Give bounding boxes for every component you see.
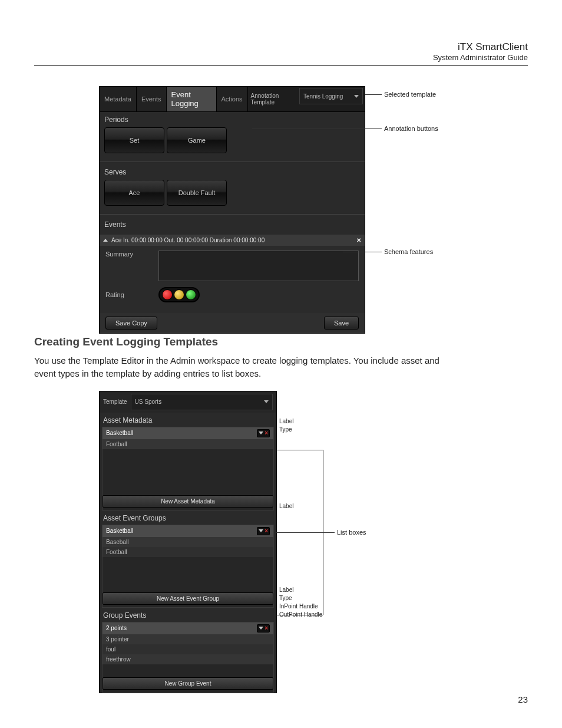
event-row[interactable]: Ace In. 00:00:00:00 Out. 00:00:00:00 Dur… <box>100 235 365 246</box>
rating-yellow-icon[interactable] <box>174 289 184 300</box>
list-item-label: freethrow <box>106 656 131 663</box>
tab-events[interactable]: Events <box>137 87 167 111</box>
event-row-text: Ace In. 00:00:00:00 Out. 00:00:00:00 Dur… <box>111 237 265 243</box>
chevron-up-icon[interactable] <box>103 239 108 242</box>
summary-label: Summary <box>105 251 158 258</box>
chevron-down-icon[interactable] <box>259 529 263 532</box>
list-item-label: 3 pointer <box>106 636 129 643</box>
callout-list-boxes: List boxes <box>337 529 366 536</box>
side-label: Label <box>279 418 293 424</box>
events-title: Events <box>104 220 360 229</box>
delete-icon[interactable]: × <box>265 625 268 631</box>
callout-selected-template: Selected template <box>384 91 436 98</box>
template-select[interactable]: US Sports <box>131 394 273 410</box>
template-editor-panel: Template US Sports Asset Metadata Basket… <box>99 391 277 693</box>
chevron-down-icon <box>354 95 359 98</box>
tab-metadata[interactable]: Metadata <box>100 87 137 111</box>
close-icon[interactable]: ✕ <box>356 237 361 243</box>
annotation-template-value: Tennis Logging <box>303 93 343 100</box>
page-number: 23 <box>518 694 528 704</box>
group-events-list: 2 points × 3 pointer foul freethrow New … <box>102 622 274 693</box>
asset-event-groups-title: Asset Event Groups <box>100 510 276 525</box>
summary-input[interactable] <box>158 251 359 281</box>
event-logging-panel: Metadata Events Event Logging Actions An… <box>99 86 365 334</box>
list-item-label: Baseball <box>106 539 128 545</box>
chevron-down-icon[interactable] <box>259 431 263 434</box>
annotation-template-label: Annotation Template <box>248 87 297 111</box>
list-item[interactable]: freethrow <box>103 654 273 664</box>
list-item-label: foul <box>106 646 115 653</box>
callout-annotation-buttons: Annotation buttons <box>384 125 438 132</box>
rating-control[interactable] <box>158 287 200 302</box>
periods-title: Periods <box>104 116 360 124</box>
side-label: Type <box>279 426 293 433</box>
serves-section: Serves Ace Double Fault <box>100 164 365 212</box>
section-heading: Creating Event Logging Templates <box>34 335 528 348</box>
chevron-down-icon[interactable] <box>259 627 263 630</box>
list-item[interactable]: 2 points × <box>103 622 273 634</box>
new-group-event-button[interactable]: New Group Event <box>103 677 273 690</box>
callout-schema-features: Schema features <box>384 248 433 255</box>
list-item-label: Basketball <box>106 430 133 436</box>
rating-red-icon[interactable] <box>162 289 173 300</box>
list-item-label: Basketball <box>106 528 133 534</box>
double-fault-button[interactable]: Double Fault <box>167 180 227 206</box>
list-item-label: Football <box>106 441 127 447</box>
ace-button[interactable]: Ace <box>104 180 164 206</box>
side-label: Label <box>279 587 322 593</box>
asset-event-groups-list: Basketball × Baseball Football New Asset… <box>102 525 274 608</box>
doc-title: iTX SmartClient <box>34 41 528 53</box>
header-rule <box>34 65 528 66</box>
list-item[interactable]: foul <box>103 644 273 654</box>
serves-title: Serves <box>104 168 360 176</box>
new-asset-event-group-button[interactable]: New Asset Event Group <box>103 592 273 605</box>
list-item[interactable]: 3 pointer <box>103 634 273 644</box>
rating-green-icon[interactable] <box>186 289 196 300</box>
template-select-value: US Sports <box>135 398 162 405</box>
asset-metadata-title: Asset Metadata <box>100 413 276 427</box>
list-item-label: 2 points <box>106 625 127 631</box>
template-label: Template <box>103 398 127 405</box>
periods-section: Periods Set Game <box>100 112 365 159</box>
body-paragraph: You use the Template Editor in the Admin… <box>34 354 458 380</box>
delete-icon[interactable]: × <box>265 430 268 436</box>
list-item-label: Football <box>106 549 127 555</box>
delete-icon[interactable]: × <box>265 528 268 534</box>
new-asset-metadata-button[interactable]: New Asset Metadata <box>103 495 273 508</box>
set-button[interactable]: Set <box>104 127 164 153</box>
list-item[interactable]: Basketball × <box>103 525 273 537</box>
rating-label: Rating <box>105 291 158 298</box>
list-item[interactable]: Football <box>103 439 273 449</box>
group-events-title: Group Events <box>100 608 276 622</box>
save-copy-button[interactable]: Save Copy <box>105 317 157 330</box>
side-label: InPoint Handle <box>279 603 322 610</box>
chevron-down-icon <box>264 400 269 403</box>
list-item[interactable]: Basketball × <box>103 427 273 439</box>
save-button[interactable]: Save <box>324 317 359 330</box>
side-label: Label <box>279 503 293 509</box>
doc-subtitle: System Administrator Guide <box>34 53 528 62</box>
list-item[interactable]: Baseball <box>103 537 273 547</box>
side-label: Type <box>279 595 322 601</box>
list-item[interactable]: Football <box>103 547 273 557</box>
tab-bar: Metadata Events Event Logging Actions An… <box>100 87 365 112</box>
game-button[interactable]: Game <box>167 127 227 153</box>
tab-actions[interactable]: Actions <box>217 87 248 111</box>
asset-metadata-list: Basketball × Football New Asset Metadata <box>102 427 274 510</box>
annotation-template-select[interactable]: Tennis Logging <box>299 88 363 104</box>
tab-event-logging[interactable]: Event Logging <box>167 87 217 111</box>
